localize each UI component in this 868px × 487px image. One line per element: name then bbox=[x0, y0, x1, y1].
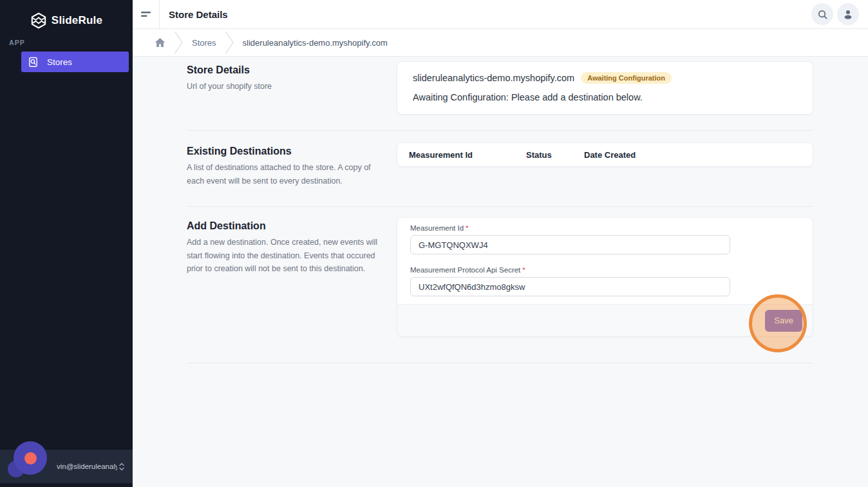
add-destination-card: Measurement Id* Measurement Protocol Api… bbox=[397, 217, 813, 337]
section-add-destination-intro: Add Destination Add a new destination. O… bbox=[187, 217, 397, 337]
account-icon bbox=[842, 8, 854, 20]
section-add-destination: Add Destination Add a new destination. O… bbox=[187, 217, 813, 337]
store-url: slideruleanalytics-demo.myshopify.com bbox=[413, 73, 574, 83]
required-asterisk: * bbox=[522, 266, 525, 274]
logo-text: SlideRule bbox=[52, 14, 102, 27]
sidebar-item-stores[interactable]: Stores bbox=[21, 52, 129, 72]
save-button[interactable]: Save bbox=[765, 310, 802, 332]
section-subtitle: Url of your shopify store bbox=[187, 80, 384, 93]
destinations-table-header: Measurement Id Status Date Created bbox=[397, 142, 813, 167]
measurement-id-label: Measurement Id bbox=[410, 224, 464, 232]
section-divider bbox=[187, 130, 813, 131]
sidebar-section-label: APP bbox=[9, 39, 133, 46]
page-title: Store Details bbox=[160, 9, 228, 20]
sidebar-toggle-button[interactable] bbox=[133, 0, 160, 28]
section-existing-destinations: Existing Destinations A list of destinat… bbox=[187, 142, 813, 197]
home-icon bbox=[155, 37, 165, 48]
section-divider bbox=[187, 363, 813, 363]
section-store-details-intro: Store Details Url of your shopify store bbox=[187, 61, 397, 115]
add-destination-card-footer: Save bbox=[397, 304, 813, 336]
breadcrumb-separator-icon bbox=[174, 31, 184, 54]
section-title: Store Details bbox=[187, 64, 384, 76]
breadcrumb-item-current: slideruleanalytics-demo.myshopify.com bbox=[243, 38, 388, 48]
account-button[interactable] bbox=[837, 3, 859, 25]
section-subtitle: A list of destinations attached to the s… bbox=[187, 161, 384, 187]
sliderule-logo-icon bbox=[30, 12, 47, 29]
main-column: Store Details Stores sliderul bbox=[133, 0, 868, 487]
api-secret-label: Measurement Protocol Api Secret bbox=[410, 266, 520, 274]
search-button[interactable] bbox=[811, 3, 833, 25]
api-secret-field-group: Measurement Protocol Api Secret* bbox=[410, 266, 800, 296]
chat-launcher-button[interactable] bbox=[14, 441, 47, 475]
menu-fold-icon bbox=[140, 10, 152, 19]
section-divider bbox=[187, 206, 813, 207]
status-badge: Awaiting Configuration bbox=[581, 72, 672, 84]
add-destination-form: Measurement Id* Measurement Protocol Api… bbox=[397, 218, 813, 304]
store-status-card: slideruleanalytics-demo.myshopify.com Aw… bbox=[397, 61, 813, 115]
breadcrumb-separator-icon bbox=[225, 31, 234, 54]
column-header-measurement-id: Measurement Id bbox=[409, 150, 526, 160]
measurement-id-field-group: Measurement Id* bbox=[410, 224, 800, 254]
breadcrumb: Stores slideruleanalytics-demo.myshopify… bbox=[133, 29, 868, 57]
section-subtitle: Add a new destination. Once created, new… bbox=[187, 236, 384, 276]
logo: SlideRule bbox=[0, 0, 133, 30]
store-status-message: Awaiting Configuration: Please add a des… bbox=[413, 92, 797, 102]
sidebar-item-label: Stores bbox=[47, 57, 72, 67]
app-root: { "sidebar": { "logo_text": "SlideRule",… bbox=[0, 0, 868, 487]
section-title: Existing Destinations bbox=[187, 146, 384, 157]
section-existing-destinations-body: Measurement Id Status Date Created bbox=[397, 142, 813, 197]
breadcrumb-item-stores[interactable]: Stores bbox=[192, 38, 216, 48]
search-icon bbox=[817, 9, 828, 20]
api-secret-input[interactable] bbox=[410, 277, 730, 296]
section-store-details: Store Details Url of your shopify store … bbox=[187, 61, 813, 115]
chat-launcher-dot-icon bbox=[24, 452, 37, 464]
section-store-details-body: slideruleanalytics-demo.myshopify.com Aw… bbox=[397, 61, 813, 115]
topbar: Store Details bbox=[133, 0, 868, 29]
sidebar: SlideRule APP Stores vin@slideruleanalyt… bbox=[0, 0, 133, 487]
required-asterisk: * bbox=[466, 224, 468, 232]
chevron-up-down-icon bbox=[117, 462, 126, 472]
section-title: Add Destination bbox=[187, 220, 384, 232]
column-header-date-created: Date Created bbox=[584, 150, 813, 160]
section-add-destination-body: Measurement Id* Measurement Protocol Api… bbox=[397, 217, 813, 337]
measurement-id-input[interactable] bbox=[410, 235, 730, 254]
breadcrumb-home-link[interactable] bbox=[155, 37, 165, 48]
column-header-status: Status bbox=[526, 150, 584, 160]
section-existing-destinations-intro: Existing Destinations A list of destinat… bbox=[187, 142, 397, 197]
page-content: Store Details Url of your shopify store … bbox=[133, 57, 868, 487]
store-search-icon bbox=[28, 57, 39, 68]
user-email: vin@slideruleanalytics.... bbox=[57, 463, 117, 470]
